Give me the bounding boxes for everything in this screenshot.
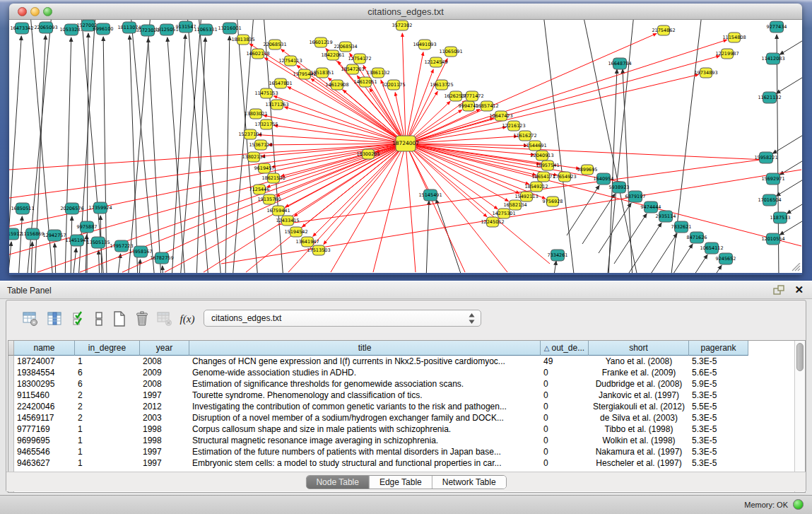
graph-node[interactable]: 18724007 — [392, 136, 419, 151]
table-row[interactable]: 969969511998Structural magnetic resonanc… — [8, 435, 794, 446]
graph-edge-black[interactable] — [225, 36, 230, 273]
graph-node[interactable]: 16473342 — [10, 23, 33, 34]
window-resize-handle[interactable] — [791, 263, 801, 271]
graph-node[interactable]: 9474444 — [641, 201, 661, 213]
graph-edge-red[interactable] — [373, 144, 406, 272]
graph-node[interactable]: 16547801 — [269, 78, 292, 88]
column-header-pagerank[interactable]: pagerank — [689, 341, 748, 356]
graph-edge-black[interactable] — [54, 243, 56, 273]
column-header-in_degree[interactable]: in_degree — [75, 341, 140, 356]
graph-node[interactable]: 10654112 — [700, 243, 723, 254]
graph-edge-black[interactable] — [199, 20, 221, 273]
graph-node[interactable]: 12219987 — [715, 49, 739, 59]
tab-node-table[interactable]: Node Table — [306, 476, 370, 489]
graph-edge-red[interactable] — [288, 144, 406, 272]
table-row[interactable]: 911546021997Tourette syndrome. Phenomeno… — [8, 390, 794, 401]
graph-node[interactable]: 15692971 — [761, 173, 784, 185]
graph-edge-black[interactable] — [567, 185, 599, 235]
graph-node[interactable]: 7125446 — [249, 185, 270, 194]
network-graph[interactable]: 1881383514602118220685311275411313795442… — [9, 20, 802, 273]
graph-edge-red[interactable] — [402, 33, 406, 144]
graph-node[interactable]: 13861132 — [366, 68, 389, 78]
graph-edge-black[interactable] — [772, 134, 802, 153]
column-header-name[interactable]: name — [14, 341, 75, 356]
tab-edge-table[interactable]: Edge Table — [370, 476, 433, 489]
graph-node[interactable]: 9131547 — [176, 21, 196, 33]
graph-node[interactable]: 7832621 — [671, 221, 692, 233]
graph-node[interactable]: 22040913 — [530, 151, 553, 160]
graph-node[interactable]: 12245012 — [481, 217, 504, 227]
table-settings-button[interactable] — [20, 309, 40, 329]
graph-node[interactable]: 1640954 — [594, 173, 614, 185]
show-column-button[interactable] — [45, 309, 65, 329]
graph-node[interactable]: 15194542 — [284, 227, 307, 237]
graph-node[interactable]: 15145491 — [418, 189, 442, 201]
graph-edge-black[interactable] — [426, 201, 429, 273]
graph-edge-red[interactable] — [331, 144, 406, 272]
graph-node[interactable]: 18549212 — [524, 182, 548, 192]
graph-node[interactable]: 17359924 — [88, 202, 112, 214]
graph-node[interactable]: 11451947 — [65, 235, 88, 246]
column-header-short[interactable]: short — [589, 341, 689, 356]
graph-edge-black[interactable] — [18, 216, 22, 273]
network-canvas[interactable]: 1881383514602118220685311275411313795442… — [9, 20, 802, 273]
graph-node[interactable]: 22068531 — [263, 40, 286, 49]
graph-node[interactable]: 17513503 — [307, 245, 330, 255]
graph-node[interactable]: 11154808 — [722, 33, 746, 42]
graph-edge-black[interactable] — [128, 20, 151, 273]
graph-node[interactable]: 9756928 — [543, 197, 563, 206]
graph-edge-red[interactable] — [406, 144, 624, 182]
graph-node[interactable]: 16648784 — [608, 58, 631, 69]
graph-edge-red[interactable] — [204, 144, 406, 272]
graph-edge-red[interactable] — [285, 107, 406, 144]
graph-node[interactable]: 13803021 — [244, 109, 267, 119]
graph-edge-black[interactable] — [623, 69, 632, 273]
delete-column-button[interactable] — [155, 309, 175, 329]
graph-node[interactable]: 16491093 — [413, 40, 436, 49]
table-row[interactable]: 1456911722003Disruption of a novel membe… — [8, 412, 794, 424]
graph-edge-black[interactable] — [98, 250, 100, 273]
graph-node[interactable]: 11475153 — [254, 88, 278, 98]
graph-node[interactable]: 16782759 — [150, 252, 173, 264]
float-panel-icon[interactable] — [772, 285, 785, 296]
graph-edge-black[interactable] — [139, 259, 140, 273]
tab-network-table[interactable]: Network Table — [433, 476, 506, 489]
select-rows-button[interactable] — [70, 309, 90, 329]
graph-node[interactable]: 19734893 — [694, 68, 717, 78]
graph-edge-black[interactable] — [689, 265, 722, 273]
graph-node[interactable]: 16850511 — [11, 203, 34, 214]
graph-node[interactable]: 11412083 — [761, 53, 784, 64]
graph-node[interactable]: 32201175 — [382, 80, 405, 90]
graph-node[interactable]: 11621132 — [758, 92, 781, 103]
graph-node[interactable]: 11156869 — [20, 228, 44, 240]
graph-edge-black[interactable] — [660, 244, 693, 273]
graph-edge-black[interactable] — [9, 242, 11, 273]
graph-edge-black[interactable] — [787, 194, 802, 214]
scrollbar-thumb[interactable] — [796, 343, 804, 371]
graph-node[interactable]: 19613725 — [430, 80, 453, 90]
graph-node[interactable]: 17771472 — [460, 91, 483, 101]
graph-node[interactable]: 12216123 — [502, 121, 525, 131]
graph-edge-black[interactable] — [776, 74, 802, 93]
graph-edge-black[interactable] — [148, 38, 161, 273]
close-panel-icon[interactable]: ✕ — [794, 284, 804, 296]
column-chooser-button[interactable] — [89, 309, 109, 329]
table-row[interactable]: 1938455462009Genome-wide association stu… — [8, 367, 794, 378]
table-row[interactable]: 2242004622012Investigating the contribut… — [8, 401, 794, 412]
graph-node[interactable]: 14602118 — [246, 49, 269, 59]
memory-status-indicator[interactable] — [793, 499, 804, 510]
graph-edge-black[interactable] — [163, 266, 163, 273]
delete-table-button[interactable] — [132, 309, 152, 329]
table-row[interactable]: 977716911998Corpus callosum shape and si… — [8, 424, 794, 435]
graph-edge-black[interactable] — [553, 261, 556, 273]
column-header-title[interactable]: title — [189, 341, 541, 356]
graph-node[interactable]: 11616272 — [513, 131, 536, 141]
new-document-button[interactable] — [110, 309, 129, 329]
table-selector-dropdown[interactable]: citations_edges.txt — [204, 310, 481, 327]
graph-node[interactable]: 20206576 — [60, 203, 83, 214]
graph-node[interactable]: 11065091 — [439, 47, 462, 57]
graph-node[interactable]: 16601219 — [309, 37, 332, 47]
function-builder-button[interactable]: f(x) — [177, 309, 197, 329]
graph-node[interactable]: 7334261 — [548, 250, 568, 261]
graph-node[interactable]: 22068534 — [334, 42, 357, 52]
